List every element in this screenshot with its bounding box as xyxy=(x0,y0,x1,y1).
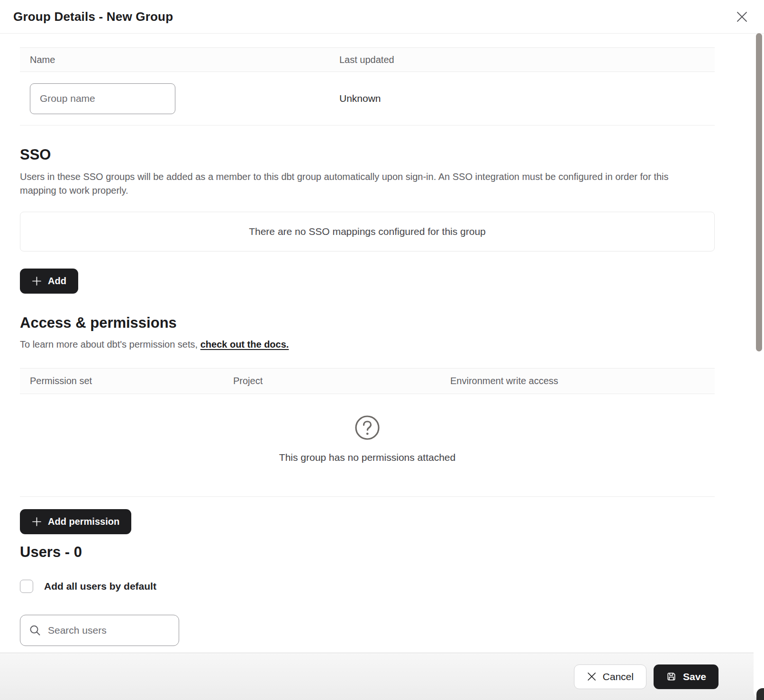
x-icon xyxy=(587,672,597,682)
scrollbar-thumb[interactable] xyxy=(756,33,762,351)
add-permission-button[interactable]: Add permission xyxy=(20,509,131,534)
group-name-input[interactable] xyxy=(30,83,175,114)
cancel-button[interactable]: Cancel xyxy=(574,664,646,689)
modal-footer: Cancel Save xyxy=(0,653,764,700)
add-all-users-checkbox[interactable] xyxy=(20,580,33,593)
column-header-name: Name xyxy=(20,54,339,65)
permissions-table: Permission set Project Environment write… xyxy=(20,368,715,497)
plus-icon xyxy=(32,517,42,527)
permissions-heading: Access & permissions xyxy=(20,314,715,332)
modal-body: Name Last updated Unknown SSO Users in t… xyxy=(0,47,764,646)
sso-heading: SSO xyxy=(20,146,715,163)
column-header-environment-write-access: Environment write access xyxy=(450,376,558,386)
dialog-title: Group Details - New Group xyxy=(13,9,173,24)
corner-widget xyxy=(756,688,764,700)
cancel-label: Cancel xyxy=(603,671,634,682)
floppy-disk-icon xyxy=(666,671,677,682)
table-row: Unknown xyxy=(20,72,715,126)
add-permission-label: Add permission xyxy=(48,516,119,527)
group-name-table-header: Name Last updated xyxy=(20,47,715,72)
magnifier-icon xyxy=(29,624,41,637)
search-users-input[interactable] xyxy=(48,625,162,636)
sso-empty-state: There are no SSO mappings configured for… xyxy=(20,212,715,251)
permissions-table-header: Permission set Project Environment write… xyxy=(20,368,715,394)
save-label: Save xyxy=(683,671,706,682)
group-name-table: Name Last updated Unknown xyxy=(20,47,715,126)
users-heading: Users - 0 xyxy=(20,544,715,561)
group-name-cell xyxy=(20,83,339,114)
column-header-project: Project xyxy=(233,376,450,386)
column-header-permission-set: Permission set xyxy=(20,376,233,386)
modal-header: Group Details - New Group xyxy=(0,0,764,34)
sso-description: Users in these SSO groups will be added … xyxy=(20,170,698,197)
add-sso-mapping-label: Add xyxy=(48,276,66,287)
close-button[interactable] xyxy=(734,9,750,25)
add-all-users-row: Add all users by default xyxy=(20,580,715,593)
plus-icon xyxy=(32,276,42,286)
add-sso-mapping-button[interactable]: Add xyxy=(20,269,78,294)
permissions-empty-state: This group has no permissions attached xyxy=(20,394,715,497)
close-icon xyxy=(736,10,748,23)
docs-link[interactable]: check out the docs. xyxy=(200,339,289,350)
permissions-description-text: To learn more about dbt's permission set… xyxy=(20,339,200,350)
search-users-box xyxy=(20,615,179,646)
last-updated-value: Unknown xyxy=(339,93,381,104)
add-all-users-label: Add all users by default xyxy=(44,581,156,592)
column-header-last-updated: Last updated xyxy=(339,54,394,65)
save-button[interactable]: Save xyxy=(654,664,719,689)
question-circle-icon xyxy=(355,415,380,440)
permissions-empty-text: This group has no permissions attached xyxy=(279,452,455,463)
permissions-description: To learn more about dbt's permission set… xyxy=(20,339,715,350)
